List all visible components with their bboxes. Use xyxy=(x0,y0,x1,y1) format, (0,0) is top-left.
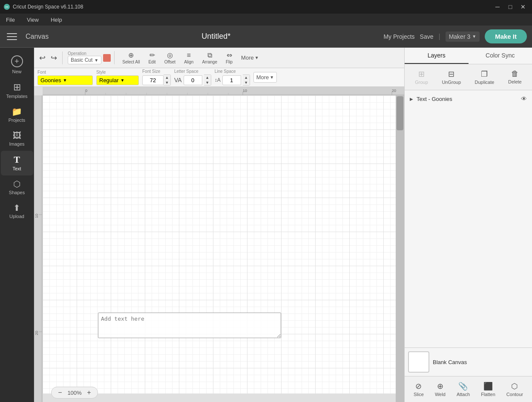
canvas-area[interactable]: 0 10 20 xyxy=(34,87,404,402)
ruler-left: 10 20 xyxy=(34,95,43,402)
offset-label: Offset xyxy=(164,60,176,64)
arrange-button[interactable]: ⧉ Arrange xyxy=(199,51,220,65)
ungroup-label: UnGroup xyxy=(442,80,461,85)
zoom-out-button[interactable]: − xyxy=(56,389,64,396)
line-space-down[interactable]: ▼ xyxy=(243,80,250,85)
sidebar-item-images[interactable]: 🖼 Images xyxy=(1,127,33,151)
maximize-button[interactable]: □ xyxy=(505,1,516,12)
edit-button[interactable]: ✏ Edit xyxy=(146,50,158,65)
ungroup-button[interactable]: ⊟ UnGroup xyxy=(438,68,464,86)
save-button[interactable]: Save xyxy=(420,33,434,40)
letter-space-group: VA ▲ ▼ xyxy=(174,75,211,86)
group-button[interactable]: ⊞ Group xyxy=(411,68,431,86)
font-chevron-icon: ▼ xyxy=(63,78,67,83)
sidebar-item-upload[interactable]: ⬆ Upload xyxy=(1,199,33,223)
font-select[interactable]: Goonies ▼ xyxy=(37,75,93,85)
sidebar-item-shapes[interactable]: ⬡ Shapes xyxy=(1,175,33,199)
more-chevron-icon: ▼ xyxy=(255,55,259,60)
letter-space-input[interactable] xyxy=(184,75,202,85)
arrange-icon: ⧉ xyxy=(207,52,212,59)
templates-icon: ⊞ xyxy=(13,83,21,92)
sidebar-item-label-shapes: Shapes xyxy=(9,190,25,195)
main-area: + New ⊞ Templates 📁 Projects 🖼 Images T … xyxy=(0,48,532,402)
more-font-button[interactable]: More ▼ xyxy=(253,72,277,83)
sidebar-item-text[interactable]: T Text xyxy=(1,151,33,175)
duplicate-icon: ❐ xyxy=(481,69,488,79)
hamburger-menu[interactable] xyxy=(5,30,19,43)
svg-text:10: 10 xyxy=(35,214,39,218)
offset-button[interactable]: ◎ Offset xyxy=(162,50,178,65)
svg-text:✂: ✂ xyxy=(5,5,9,9)
font-value: Goonies xyxy=(40,77,61,83)
weld-button[interactable]: ⊕ Weld xyxy=(431,380,449,399)
bottom-panel: Blank Canvas xyxy=(405,347,532,376)
sidebar-item-templates[interactable]: ⊞ Templates xyxy=(1,78,33,103)
blank-canvas-label: Blank Canvas xyxy=(433,359,467,365)
redo-button[interactable]: ↪ xyxy=(49,52,59,64)
font-size-down[interactable]: ▼ xyxy=(164,80,170,85)
upload-icon: ⬆ xyxy=(13,204,20,212)
make-it-button[interactable]: Make It xyxy=(485,29,527,43)
zoom-in-button[interactable]: + xyxy=(85,389,93,396)
tab-layers[interactable]: Layers xyxy=(405,48,469,64)
more-font-chevron-icon: ▼ xyxy=(270,75,274,80)
titlebar: ✂ Cricut Design Space v6.11.108 ─ □ ✕ xyxy=(0,0,532,14)
sidebar-item-projects[interactable]: 📁 Projects xyxy=(1,103,33,127)
my-projects-button[interactable]: My Projects xyxy=(383,33,414,40)
undo-button[interactable]: ↩ xyxy=(37,52,47,64)
edit-label: Edit xyxy=(148,60,155,64)
select-all-button[interactable]: ⊕ Select All xyxy=(120,50,142,65)
line-space-spinners: ▲ ▼ xyxy=(243,75,250,86)
slice-label: Slice xyxy=(414,392,424,397)
layer-visibility-icon[interactable]: 👁 xyxy=(521,95,527,102)
style-select[interactable]: Regular ▼ xyxy=(96,75,139,85)
delete-button[interactable]: 🗑 Delete xyxy=(505,68,525,86)
scroll-thumb-vertical[interactable] xyxy=(397,96,403,130)
operation-select[interactable]: Basic Cut ▼ xyxy=(68,56,101,64)
header: Canvas Untitled* My Projects Save | Make… xyxy=(0,26,532,48)
align-label: Align xyxy=(184,60,193,64)
layer-item[interactable]: ▶ Text - Goonies 👁 xyxy=(406,92,530,106)
grid-background xyxy=(43,95,396,393)
slice-icon: ⊘ xyxy=(415,382,422,391)
font-size-section: Font Size 72 ▲ ▼ xyxy=(142,69,171,86)
minimize-button[interactable]: ─ xyxy=(492,1,503,12)
panel-tabs: Layers Color Sync xyxy=(405,48,532,64)
layer-expand-icon[interactable]: ▶ xyxy=(410,97,413,101)
zoom-controls: − 100% + xyxy=(51,387,98,399)
titlebar-left: ✂ Cricut Design Space v6.11.108 xyxy=(3,3,83,10)
canvas-text-input[interactable] xyxy=(98,313,281,338)
attach-button[interactable]: 📎 Attach xyxy=(453,380,473,399)
line-space-input[interactable] xyxy=(222,75,241,85)
operation-label: Operation xyxy=(68,51,101,56)
machine-selector[interactable]: Maker 3 ▼ xyxy=(446,32,480,42)
menu-file[interactable]: File xyxy=(3,16,17,24)
flip-button[interactable]: ⇔ Flip xyxy=(223,50,235,65)
line-space-up[interactable]: ▲ xyxy=(243,75,250,80)
duplicate-button[interactable]: ❐ Duplicate xyxy=(472,68,498,86)
letter-space-up[interactable]: ▲ xyxy=(204,75,211,80)
menu-view[interactable]: View xyxy=(24,16,41,24)
scroll-bar-vertical[interactable] xyxy=(396,95,404,402)
attach-icon: 📎 xyxy=(458,382,468,391)
slice-button[interactable]: ⊘ Slice xyxy=(410,380,427,399)
svg-text:20: 20 xyxy=(35,331,39,335)
sidebar-item-label-upload: Upload xyxy=(9,214,24,219)
flatten-button[interactable]: ⬛ Flatten xyxy=(477,380,499,399)
close-button[interactable]: ✕ xyxy=(518,1,529,12)
font-size-input[interactable]: 72 xyxy=(142,75,164,85)
font-size-up[interactable]: ▲ xyxy=(164,75,170,80)
grid-canvas[interactable] xyxy=(43,95,396,393)
header-right: My Projects Save | Maker 3 ▼ Make It xyxy=(383,29,527,43)
more-label: More xyxy=(241,55,254,61)
edit-color-icon[interactable] xyxy=(103,54,111,62)
tab-color-sync[interactable]: Color Sync xyxy=(469,48,532,64)
contour-button[interactable]: ⬡ Contour xyxy=(503,380,526,399)
align-button[interactable]: ≡ Align xyxy=(181,51,196,65)
menu-help[interactable]: Help xyxy=(48,16,65,24)
letter-space-down[interactable]: ▼ xyxy=(204,80,211,85)
sidebar-item-label-projects: Projects xyxy=(9,118,26,123)
content-area: ↩ ↪ Operation Basic Cut ▼ ⊕ Select All xyxy=(34,48,404,402)
sidebar-item-new[interactable]: + New xyxy=(1,51,33,78)
more-button[interactable]: More ▼ xyxy=(239,53,262,63)
